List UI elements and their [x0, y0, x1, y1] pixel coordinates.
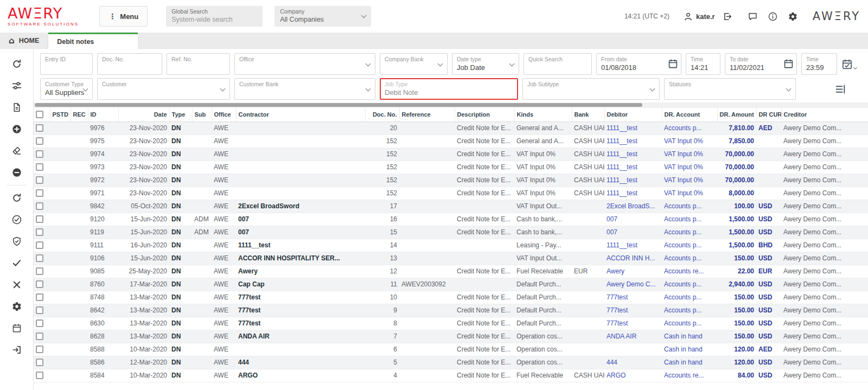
cell-debitor[interactable]: 1111__test: [604, 148, 662, 161]
table-row[interactable]: 876017-Mar-2020DNAWECap Cap11AWEV2003092…: [34, 278, 868, 291]
table-row[interactable]: 864213-Mar-2020DNAWE777test9Credit Note …: [34, 304, 868, 317]
row-checkbox[interactable]: [36, 163, 43, 171]
sidebar-import-button[interactable]: [6, 339, 28, 361]
cell-dr_account[interactable]: Accounts p...: [662, 226, 717, 239]
table-horizontal-scrollbar[interactable]: [34, 103, 868, 108]
sidebar-verified-button[interactable]: [6, 231, 28, 252]
filter-doc-no[interactable]: Doc. No.: [97, 53, 162, 75]
cell-debitor[interactable]: 777test: [604, 291, 662, 304]
row-checkbox[interactable]: [36, 189, 43, 197]
row-checkbox[interactable]: [36, 241, 43, 249]
column-header-dr_amount[interactable]: DR. Amount: [717, 108, 756, 122]
row-checkbox[interactable]: [36, 280, 43, 288]
settings-icon[interactable]: [788, 12, 797, 21]
scrollbar-thumb[interactable]: [35, 103, 642, 107]
sidebar-approve-button[interactable]: [6, 209, 28, 231]
column-header-type[interactable]: Type: [169, 108, 192, 122]
cell-dr_account[interactable]: Accounts p...: [662, 239, 717, 252]
filter-ref-no[interactable]: Ref. No.: [167, 53, 230, 75]
cell-debitor[interactable]: 007: [604, 226, 662, 239]
table-row[interactable]: 874813-Mar-2020DNAWE777test10Credit Note…: [34, 291, 868, 304]
cell-debitor[interactable]: Awery: [604, 265, 662, 278]
row-checkbox[interactable]: [36, 254, 43, 262]
row-checkbox[interactable]: [36, 333, 43, 340]
row-checkbox[interactable]: [36, 359, 43, 366]
chat-icon[interactable]: [748, 12, 757, 21]
table-row[interactable]: 910615-Jun-2020DNAWEACCOR INN HOSPITALIT…: [34, 252, 868, 265]
column-header-reference[interactable]: Reference: [399, 108, 455, 122]
table-row[interactable]: 997423-Nov-2020DNAWE152Credit Note for E…: [34, 148, 868, 161]
select-all-checkbox[interactable]: [36, 111, 43, 118]
table-row[interactable]: 997223-Nov-2020DNAWE152Credit Note for E…: [34, 174, 868, 187]
cell-debitor[interactable]: ARGO: [604, 369, 662, 382]
table-row[interactable]: 997123-Nov-2020DNAWE152Credit Note for E…: [34, 187, 868, 200]
column-header-pstd[interactable]: PSTD: [50, 108, 71, 122]
menu-button[interactable]: ⋮ Menu: [99, 6, 148, 27]
column-header-sub[interactable]: Sub: [192, 108, 212, 122]
cell-dr_account[interactable]: VAT Input 0%: [662, 174, 717, 187]
row-checkbox[interactable]: [36, 319, 43, 327]
row-checkbox[interactable]: [36, 137, 43, 145]
filter-time[interactable]: Time14:21: [686, 53, 720, 75]
logout-icon[interactable]: [723, 12, 732, 21]
info-icon[interactable]: [768, 12, 777, 21]
cell-debitor[interactable]: ANDA AIR: [604, 330, 662, 343]
row-checkbox[interactable]: [36, 176, 43, 184]
filter-job-subtype[interactable]: Job Subtype: [522, 78, 660, 100]
column-header-date[interactable]: Date: [118, 108, 169, 122]
filter-statuses[interactable]: Statuses: [664, 78, 796, 100]
sidebar-refresh-button[interactable]: [6, 53, 28, 75]
row-checkbox[interactable]: [36, 228, 43, 236]
row-checkbox[interactable]: [36, 293, 43, 301]
cell-dr_account[interactable]: Accounts re...: [662, 369, 717, 382]
table-row[interactable]: 911915-Jun-2020DNADMAWE00715Credit Note …: [34, 226, 868, 239]
row-checkbox[interactable]: [36, 306, 43, 314]
row-checkbox[interactable]: [36, 124, 43, 132]
column-header-contractor[interactable]: Contractor: [236, 108, 365, 122]
filter-customer-type[interactable]: Customer TypeAll Suppliers: [40, 78, 93, 100]
row-checkbox[interactable]: [36, 215, 43, 223]
column-header-debitor[interactable]: Debitor: [604, 108, 662, 122]
cell-debitor[interactable]: ACCOR INN H...: [604, 252, 662, 265]
filter-to-date[interactable]: To date11/02/2021: [725, 53, 797, 75]
column-header-rec[interactable]: REC: [71, 108, 88, 122]
global-search-input[interactable]: Global Search System-wide search: [166, 6, 263, 27]
table-settings-button[interactable]: [835, 84, 846, 95]
cell-debitor[interactable]: 777test: [604, 317, 662, 330]
table-row[interactable]: 858410-Mar-2020DNAWEARGO4Credit Note for…: [34, 369, 868, 382]
cell-dr_account[interactable]: VAT Input 0%: [662, 161, 717, 174]
sidebar-confirm-button[interactable]: [6, 252, 28, 274]
tab-home[interactable]: ⌂ HOME: [0, 33, 48, 48]
date-presets-button[interactable]: [841, 59, 857, 70]
tab-debit-notes[interactable]: Debit notes: [48, 33, 138, 49]
filter-quick-search[interactable]: Quick Search: [524, 53, 592, 75]
table-row[interactable]: 863013-Mar-2020DNAWE777test8Credit Note …: [34, 317, 868, 330]
cell-debitor[interactable]: 007: [604, 213, 662, 226]
cell-dr_account[interactable]: Accounts p...: [662, 252, 717, 265]
cell-debitor[interactable]: 777test: [604, 304, 662, 317]
cell-dr_account[interactable]: Accounts p...: [662, 200, 717, 213]
table-row[interactable]: 862813-Mar-2020DNAWEANDA AIR7Credit Note…: [34, 330, 868, 343]
cell-debitor[interactable]: 2Excel BroadS...: [604, 200, 662, 213]
cell-debitor[interactable]: 1111__test: [604, 187, 662, 200]
column-header-id[interactable]: ID: [88, 108, 118, 122]
table-row[interactable]: 911116-Jun-2020DNAWE1111__test14Leasing …: [34, 239, 868, 252]
calendar-icon[interactable]: [668, 59, 678, 71]
table-row[interactable]: 997523-Nov-2020DNAWE152Credit Note for E…: [34, 135, 868, 148]
sidebar-eraser-button[interactable]: [6, 140, 28, 162]
cell-debitor[interactable]: 1111__test: [604, 239, 662, 252]
sidebar-add-button[interactable]: [6, 118, 28, 140]
cell-dr_account[interactable]: Accounts p...: [662, 213, 717, 226]
filter-time[interactable]: Time23:59: [801, 53, 837, 75]
sidebar-remove-button[interactable]: [6, 162, 28, 183]
table-row[interactable]: 858612-Mar-2020DNAWE4445Credit Note for …: [34, 356, 868, 369]
table-row[interactable]: 997623-Nov-2020DNAWE20Credit Note for E.…: [34, 122, 868, 135]
filter-office[interactable]: Office: [234, 53, 375, 75]
row-checkbox[interactable]: [36, 372, 43, 379]
cell-debitor[interactable]: 1111__test: [604, 161, 662, 174]
table-row[interactable]: 912015-Jun-2020DNADMAWE00716Credit Note …: [34, 213, 868, 226]
select-all-header[interactable]: [34, 108, 50, 122]
cell-debitor[interactable]: Awery Demo C...: [604, 278, 662, 291]
column-header-creditor[interactable]: Creditor: [781, 108, 868, 122]
filter-customer-bank[interactable]: Customer Bank: [234, 78, 375, 100]
